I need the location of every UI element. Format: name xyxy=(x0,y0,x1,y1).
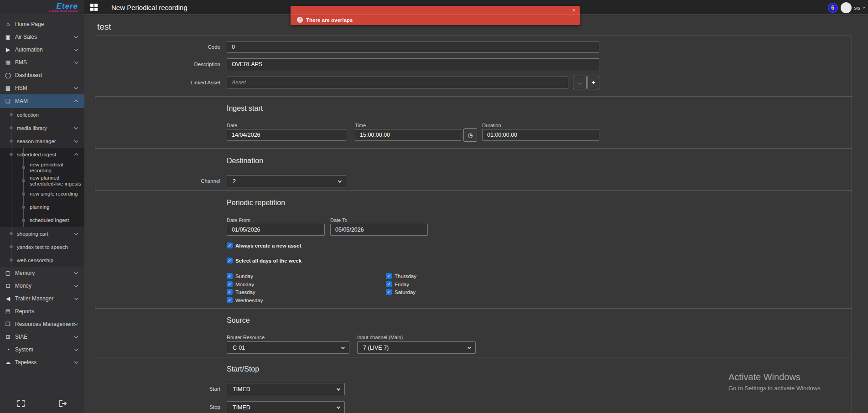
ingest-date-input[interactable] xyxy=(227,129,346,141)
divider xyxy=(95,148,852,149)
activate-windows-subtext: Go to Settings to activate Windows. xyxy=(728,385,822,392)
sidebar-item-dashboard[interactable]: ◯ Dashboard xyxy=(0,69,84,82)
sidebar-item-home-page[interactable]: ⌂ Home Page xyxy=(0,18,84,31)
sidebar-item-automation[interactable]: ▶ Automation xyxy=(0,43,84,56)
start-label: Start xyxy=(95,386,220,392)
sidebar-item-label: MAM xyxy=(15,98,28,104)
sidebar-item-tapeless[interactable]: ☁ Tapeless xyxy=(0,356,84,369)
user-menu[interactable]: sis xyxy=(854,5,864,10)
select-all-days-checkbox[interactable]: ✓ xyxy=(227,258,233,263)
day-thursday-checkbox[interactable]: ✓ xyxy=(386,273,392,279)
avatar[interactable] xyxy=(841,2,852,13)
description-input[interactable] xyxy=(227,58,599,70)
sidebar-item-label: new periodical recording xyxy=(30,162,82,174)
inbox-icon: ▤ xyxy=(4,85,12,91)
day-tuesday-checkbox[interactable]: ✓ xyxy=(227,289,233,295)
error-toast-body: i There are overlaps xyxy=(291,15,580,25)
sidebar-item-label: Dashboard xyxy=(15,72,42,78)
logout-icon[interactable] xyxy=(58,399,68,408)
sidebar-item-hsm[interactable]: ▤ HSM xyxy=(0,82,84,94)
source-title: Source xyxy=(227,316,250,325)
sidebar-item-label: yandex text to speech xyxy=(17,244,68,250)
sidebar-item-scheduled-ingest[interactable]: scheduled ingest xyxy=(0,148,84,161)
sidebar-item-web-censorship[interactable]: web censorship xyxy=(0,253,84,267)
start-select[interactable]: TIMED xyxy=(227,383,345,395)
router-resource-select[interactable]: C-01 xyxy=(227,341,349,354)
always-create-new-asset-checkbox[interactable]: ✓ xyxy=(227,243,233,248)
chevron-down-icon xyxy=(74,296,78,300)
tree-bullet xyxy=(22,206,25,209)
sidebar-item-label: new planned scheduled-live ingests xyxy=(30,175,82,187)
clock-icon[interactable]: ◷ xyxy=(463,128,477,142)
notification-badge[interactable]: 6 xyxy=(828,3,838,13)
sidebar-item-collection[interactable]: collection xyxy=(0,108,84,121)
channel-select-value: 2 xyxy=(233,178,236,185)
day-saturday-checkbox[interactable]: ✓ xyxy=(386,289,392,295)
divider xyxy=(95,96,852,97)
chevron-up-icon xyxy=(74,100,78,103)
chevron-down-icon xyxy=(74,335,78,338)
sidebar-item-shopping-cart[interactable]: shopping cart xyxy=(0,227,84,240)
sidebar-item-label: collection xyxy=(17,112,39,118)
input-channel-select[interactable]: 7 (LIVE 7) xyxy=(357,341,476,354)
username: sis xyxy=(854,5,860,10)
day-sunday-checkbox[interactable]: ✓ xyxy=(227,273,233,279)
sidebar-item-yandex-text-to-speech[interactable]: yandex text to speech xyxy=(0,240,84,253)
sidebar-item-planning[interactable]: planning xyxy=(0,201,84,214)
sidebar-item-label: scheduled ingest xyxy=(17,152,56,157)
apps-grid-icon[interactable] xyxy=(90,4,98,11)
sidebar-item-resources-management[interactable]: ❐ Resources Management xyxy=(0,318,84,330)
chevron-down-icon xyxy=(74,47,78,51)
brand-logo: Etere a consistent system xyxy=(0,0,84,15)
expand-icon[interactable] xyxy=(16,399,26,408)
sidebar-item-new-planned-scheduled-live-ingests[interactable]: new planned scheduled-live ingests xyxy=(0,174,84,187)
date-from-input[interactable] xyxy=(227,224,325,236)
sidebar-item-mam[interactable]: ❏ MAM xyxy=(0,94,84,108)
sidebar-item-new-single-recording[interactable]: new single recording xyxy=(0,187,84,201)
linked-asset-input[interactable] xyxy=(227,77,568,88)
sidebar-item-air-sales[interactable]: ▣ Air Sales xyxy=(0,31,84,43)
sidebar-item-new-periodical-recording[interactable]: new periodical recording xyxy=(0,161,84,174)
chevron-down-icon xyxy=(74,347,78,351)
sidebar-item-media-library[interactable]: media library xyxy=(0,121,84,134)
topbar-right: 6 sis xyxy=(828,0,864,15)
day-label: Tuesday xyxy=(235,289,255,295)
day-monday-checkbox[interactable]: ✓ xyxy=(227,281,233,287)
code-input[interactable] xyxy=(227,41,599,53)
tree-bullet xyxy=(22,219,25,222)
day-wednesday-checkbox[interactable]: ✓ xyxy=(227,297,233,303)
browse-asset-button[interactable]: ... xyxy=(573,76,587,89)
description-label: Description xyxy=(95,62,220,67)
date-to-input[interactable] xyxy=(330,224,428,236)
sidebar-item-siae[interactable]: ⊞ SIAE xyxy=(0,330,84,343)
tree-bullet xyxy=(22,166,25,169)
sidebar-item-season-manager[interactable]: season manager xyxy=(0,134,84,148)
sidebar-item-label: Memory xyxy=(15,270,35,276)
ingest-duration-input[interactable] xyxy=(482,129,599,141)
channel-select[interactable]: 2 xyxy=(227,175,346,187)
document-icon: ▤ xyxy=(4,308,12,315)
sidebar-item-label: Trailer Manager xyxy=(15,295,53,302)
day-label: Wednesday xyxy=(235,298,263,303)
sidebar-item-scheduled-ingest-leaf[interactable]: scheduled ingest xyxy=(0,214,84,227)
close-icon[interactable]: × xyxy=(572,7,576,14)
day-friday-checkbox[interactable]: ✓ xyxy=(386,281,392,287)
ingest-time-input[interactable] xyxy=(355,129,461,141)
date-to-label: Date To xyxy=(330,217,348,223)
sidebar-item-system[interactable]: ◔ System xyxy=(0,343,84,356)
sidebar-footer xyxy=(0,395,84,413)
chevron-down-icon xyxy=(74,125,78,129)
sidebar-item-reports[interactable]: ▤ Reports xyxy=(0,305,84,318)
sidebar-item-memory[interactable]: ▢ Memory xyxy=(0,267,84,279)
sidebar-item-trailer-manager[interactable]: ◀ Trailer Manager xyxy=(0,292,84,305)
stop-select[interactable]: TIMED xyxy=(227,401,345,413)
add-asset-button[interactable]: + xyxy=(587,76,599,89)
brand-tagline: a consistent system xyxy=(49,10,78,12)
divider xyxy=(95,190,852,191)
chevron-down-icon xyxy=(468,345,471,349)
sidebar-item-money[interactable]: ⊟ Money xyxy=(0,279,84,292)
day-label: Saturday xyxy=(395,289,416,295)
sidebar-item-bms[interactable]: ▦ BMS xyxy=(0,56,84,69)
chevron-up-icon xyxy=(74,153,78,156)
memory-card-icon: ▢ xyxy=(4,270,12,276)
